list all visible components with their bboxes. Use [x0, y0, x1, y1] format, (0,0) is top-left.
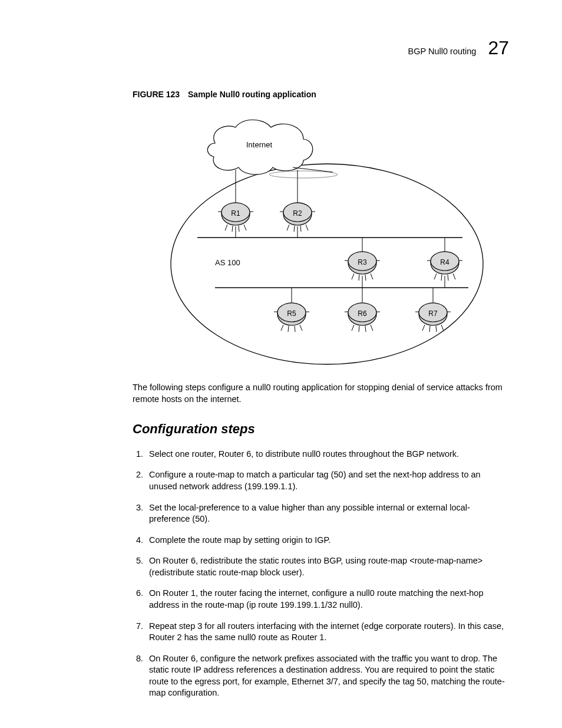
router-r1-label: R1 [231, 209, 240, 218]
step-item: Complete the route map by setting origin… [146, 535, 509, 546]
cloud-label: Internet [246, 140, 272, 149]
step-item: On Router 6, redistribute the static rou… [146, 555, 509, 578]
router-r7-label: R7 [428, 309, 438, 318]
step-item: Configure a route-map to match a particu… [146, 469, 509, 492]
router-r3-label: R3 [358, 258, 367, 266]
step-item: Set the local-preference to a value high… [146, 502, 509, 525]
figure-label: FIGURE 123 [133, 90, 180, 99]
page: BGP Null0 routing 27 FIGURE 123 Sample N… [0, 0, 562, 728]
configuration-steps-list: Select one router, Router 6, to distribu… [133, 449, 509, 699]
step-item: On Router 6, configure the network prefi… [146, 653, 509, 699]
router-r6-label: R6 [358, 309, 367, 318]
figure-title: Sample Null0 routing application [188, 90, 316, 99]
running-title: BGP Null0 routing [408, 46, 477, 58]
network-diagram: Internet R1 R2 [156, 111, 486, 370]
step-item: On Router 1, the router facing the inter… [146, 588, 509, 611]
intro-paragraph: The following steps configure a null0 ro… [133, 382, 509, 405]
step-item: Repeat step 3 for all routers interfacin… [146, 621, 509, 644]
router-r2-label: R2 [293, 209, 302, 218]
router-r5-label: R5 [287, 309, 296, 318]
svg-line-9 [293, 167, 333, 172]
chapter-number: 27 [488, 35, 509, 61]
cloud-shadow-icon [269, 171, 338, 178]
running-header: BGP Null0 routing 27 [133, 35, 509, 61]
step-item: Select one router, Router 6, to distribu… [146, 449, 509, 460]
diagram-svg: Internet R1 R2 [156, 111, 486, 370]
router-r4-label: R4 [440, 258, 449, 266]
as-label: AS 100 [215, 258, 240, 267]
section-heading: Configuration steps [133, 420, 509, 438]
figure-caption: FIGURE 123 Sample Null0 routing applicat… [133, 89, 509, 100]
